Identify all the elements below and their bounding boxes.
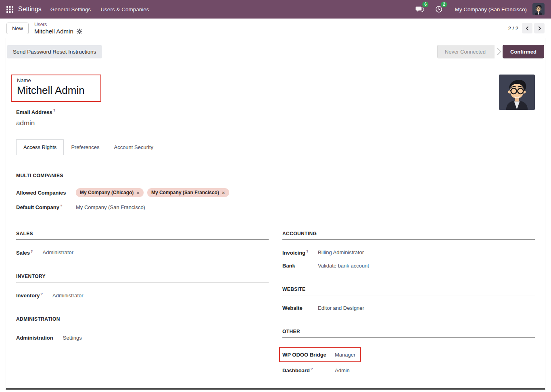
section-other: OTHER WP ODOO Bridge Manager xyxy=(282,329,535,373)
company-tag-chicago[interactable]: My Company (Chicago) × xyxy=(76,188,144,197)
section-sales: SALES Sales? Administrator xyxy=(16,231,269,256)
breadcrumb-current: Mitchell Admin xyxy=(34,28,73,35)
settings-user-form-page: Settings General Settings Users & Compan… xyxy=(0,0,551,392)
section-website: WEBSITE Website Editor and Designer xyxy=(282,286,535,311)
annotation-wp-odoo-bridge: WP ODOO Bridge Manager xyxy=(279,347,361,362)
section-title-other: OTHER xyxy=(282,329,535,334)
status-pipeline: Never Connected Confirmed xyxy=(437,45,544,58)
help-tooltip-icon: ? xyxy=(31,249,33,253)
section-accounting: ACCOUNTING Invoicing? Billing Administra… xyxy=(282,231,535,269)
administration-value[interactable]: Settings xyxy=(63,335,82,341)
gear-icon xyxy=(77,29,82,34)
action-menu-button[interactable] xyxy=(77,29,82,34)
app-name[interactable]: Settings xyxy=(18,6,42,13)
menu-users-companies[interactable]: Users & Companies xyxy=(96,0,154,19)
status-arrow-icon xyxy=(495,45,503,58)
breadcrumb-users-link[interactable]: Users xyxy=(34,22,82,27)
profile-image[interactable] xyxy=(499,75,535,110)
avatar-image xyxy=(532,3,545,15)
bank-value[interactable]: Validate bank account xyxy=(318,263,369,269)
section-divider xyxy=(282,239,535,240)
section-inventory: INVENTORY Inventory? Administrator xyxy=(16,274,269,299)
sales-field-row: Sales? Administrator xyxy=(16,249,269,256)
sales-value[interactable]: Administrator xyxy=(42,249,73,255)
website-value[interactable]: Editor and Designer xyxy=(318,305,364,311)
form-statusbar: Send Password Reset Instructions Never C… xyxy=(6,38,545,64)
wp-odoo-bridge-field-row: WP ODOO Bridge Manager xyxy=(282,352,355,358)
pager: 2 / 2 xyxy=(508,23,545,33)
avatar-image-large xyxy=(499,75,535,110)
sales-label: Sales xyxy=(16,250,30,256)
pager-counter[interactable]: 2 / 2 xyxy=(508,25,518,31)
remove-tag-icon[interactable]: × xyxy=(222,190,225,195)
inventory-label: Inventory xyxy=(16,292,40,299)
administration-field-row: Administration Settings xyxy=(16,335,269,341)
section-title-accounting: ACCOUNTING xyxy=(282,231,535,236)
wp-odoo-bridge-value[interactable]: Manager xyxy=(335,352,355,358)
dashboard-field-row: Dashboard? Admin xyxy=(282,367,535,373)
section-divider xyxy=(282,295,535,295)
section-divider xyxy=(282,337,535,338)
chevron-right-icon xyxy=(537,26,542,31)
chevron-left-icon xyxy=(525,26,530,31)
section-title-sales: SALES xyxy=(16,231,269,236)
help-tooltip-icon: ? xyxy=(41,292,43,296)
top-navbar: Settings General Settings Users & Compan… xyxy=(0,0,551,19)
control-panel: New Users Mitchell Admin xyxy=(0,19,551,38)
breadcrumb: Users Mitchell Admin xyxy=(34,22,82,35)
section-divider xyxy=(16,325,269,325)
pager-previous-button[interactable] xyxy=(522,23,532,33)
dashboard-label: Dashboard xyxy=(282,367,310,373)
section-administration: ADMINISTRATION Administration Settings xyxy=(16,316,269,341)
wp-odoo-bridge-label: WP ODOO Bridge xyxy=(282,352,326,358)
administration-label: Administration xyxy=(16,335,53,341)
form-view: Send Password Reset Instructions Never C… xyxy=(6,38,545,390)
name-input[interactable]: Mitchell Admin xyxy=(17,85,95,97)
website-field-row: Website Editor and Designer xyxy=(282,305,535,311)
messages-button[interactable]: 6 xyxy=(411,2,429,16)
name-label: Name xyxy=(17,77,95,83)
pager-next-button[interactable] xyxy=(534,23,545,33)
help-tooltip-icon: ? xyxy=(53,108,56,112)
status-confirmed[interactable]: Confirmed xyxy=(503,45,544,58)
email-label: Email Address xyxy=(16,109,52,115)
tag-label: My Company (Chicago) xyxy=(80,190,134,195)
menu-general-settings[interactable]: General Settings xyxy=(46,0,96,19)
email-input[interactable]: admin xyxy=(16,119,535,127)
invoicing-label: Invoicing xyxy=(282,250,305,256)
section-title-administration: ADMINISTRATION xyxy=(16,316,269,322)
company-switcher[interactable]: My Company (San Francisco) xyxy=(455,6,527,12)
apps-menu-button[interactable] xyxy=(2,3,17,16)
navbar-menu: General Settings Users & Companies xyxy=(46,0,154,19)
tag-label: My Company (San Francisco) xyxy=(151,190,219,195)
user-menu-avatar[interactable] xyxy=(532,3,545,15)
form-sheet: Name Mitchell Admin Email Address? admin… xyxy=(6,64,545,388)
allowed-companies-label: Allowed Companies xyxy=(16,190,76,196)
remove-tag-icon[interactable]: × xyxy=(136,190,140,195)
tab-access-rights[interactable]: Access Rights xyxy=(16,139,64,155)
activities-button[interactable]: 2 xyxy=(430,2,447,16)
navbar-systray: 6 2 My Company (San Francisco) xyxy=(411,2,545,16)
company-tag-san-francisco[interactable]: My Company (San Francisco) × xyxy=(147,188,229,197)
help-tooltip-icon: ? xyxy=(311,367,313,371)
invoicing-value[interactable]: Billing Administrator xyxy=(318,249,364,255)
inventory-field-row: Inventory? Administrator xyxy=(16,292,269,299)
default-company-row: Default Company? My Company (San Francis… xyxy=(16,204,535,210)
new-button[interactable]: New xyxy=(6,23,29,34)
allowed-companies-tags: My Company (Chicago) × My Company (San F… xyxy=(76,188,229,197)
send-password-reset-button[interactable]: Send Password Reset Instructions xyxy=(7,45,102,58)
help-tooltip-icon: ? xyxy=(306,249,309,253)
column-right: ACCOUNTING Invoicing? Billing Administra… xyxy=(282,231,535,392)
tab-account-security[interactable]: Account Security xyxy=(106,139,161,155)
invoicing-field-row: Invoicing? Billing Administrator xyxy=(282,249,535,256)
access-rights-grid: SALES Sales? Administrator INVENTORY xyxy=(16,231,535,392)
messages-badge: 6 xyxy=(422,2,428,7)
inventory-value[interactable]: Administrator xyxy=(52,292,83,299)
section-divider xyxy=(16,239,269,240)
status-never-connected[interactable]: Never Connected xyxy=(437,45,495,58)
tab-preferences[interactable]: Preferences xyxy=(64,139,106,155)
dashboard-value[interactable]: Admin xyxy=(335,367,350,373)
bank-label: Bank xyxy=(282,263,295,269)
section-divider xyxy=(16,282,269,282)
default-company-value[interactable]: My Company (San Francisco) xyxy=(76,204,145,210)
